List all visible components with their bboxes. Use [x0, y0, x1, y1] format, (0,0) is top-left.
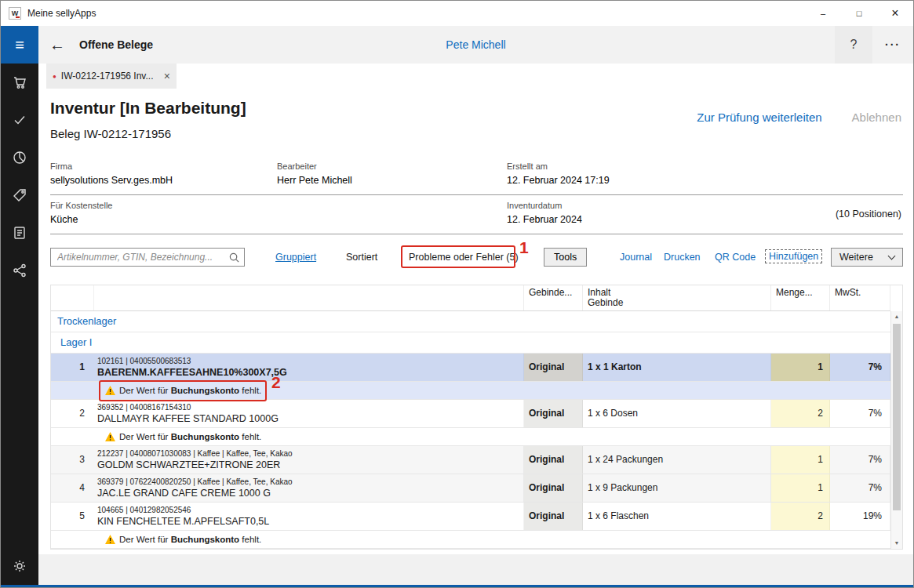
unsaved-indicator-icon: ●	[53, 73, 56, 80]
article-meta: 104665 | 04012982052546	[97, 505, 523, 515]
warning-icon	[105, 432, 115, 441]
weitere-label: Weitere	[839, 252, 873, 263]
group-label: Trockenlager	[57, 315, 116, 327]
scroll-down-icon[interactable]: ▼	[891, 538, 902, 549]
warning-text: Der Wert für Buchungskonto fehlt.	[119, 432, 261, 441]
row-number: 3	[51, 446, 94, 474]
tools-button[interactable]: Tools	[544, 248, 587, 267]
minimize-icon: –	[821, 9, 825, 18]
back-button[interactable]: ←	[38, 26, 76, 64]
menge-cell[interactable]: 1	[771, 474, 830, 502]
field-value: sellysolutions Serv.ges.mbH	[50, 175, 269, 186]
search-input[interactable]	[51, 249, 244, 266]
hamburger-menu-button[interactable]: ≡	[1, 26, 38, 64]
tag-icon	[12, 187, 27, 203]
table-row[interactable]: 5 104665 | 04012982052546 KIN FENCHELTEE…	[51, 503, 890, 531]
sortiert-toggle[interactable]: Sortiert	[346, 252, 377, 263]
more-button[interactable]: ···	[872, 26, 913, 64]
field-erstellt-am: Erstellt am 12. Februar 2024 17:19	[507, 156, 903, 195]
scrollbar-thumb[interactable]	[893, 324, 901, 510]
table-row[interactable]: 1 102161 | 04005500683513 BAERENM.KAFFEE…	[51, 354, 890, 382]
mwst-cell: 7%	[830, 400, 890, 427]
minimize-button[interactable]: –	[805, 1, 841, 26]
group-row-trockenlager[interactable]: Trockenlager	[51, 311, 890, 332]
journal-link[interactable]: Journal	[620, 252, 652, 263]
gebinde-cell: Original	[524, 474, 583, 502]
sidebar-item-settings[interactable]	[1, 547, 38, 585]
gruppiert-link[interactable]: Gruppiert	[275, 252, 316, 263]
window-title: Meine sellyApps	[27, 8, 96, 19]
field-value: 12. Februar 2024 17:19	[507, 175, 895, 186]
tab-document[interactable]: ● IW-0212-171956 Inv... ×	[46, 64, 177, 89]
table-row[interactable]: 3 212237 | 04008071030083 | Kaffee | Kaf…	[51, 446, 890, 474]
more-icon: ···	[885, 38, 901, 51]
window-bottom-accent	[1, 585, 913, 587]
group-row-lager-1[interactable]: Lager I	[51, 332, 890, 354]
annotation-box-2	[99, 380, 267, 401]
app-icon: W	[9, 7, 21, 20]
warning-spacer	[51, 382, 94, 399]
sidebar-item-tasks[interactable]	[1, 101, 38, 139]
article-cell: 104665 | 04012982052546 KIN FENCHELTEE M…	[94, 503, 524, 530]
field-kostenstelle: Für Kostenstelle Küche	[50, 195, 277, 234]
pie-chart-icon	[12, 150, 27, 165]
article-name: KIN FENCHELTEE M.APFELSAFT0,5L	[97, 515, 523, 528]
table-row[interactable]: 4 369379 | 07622400820250 | Kaffee | Kaf…	[51, 474, 890, 503]
qr-code-link[interactable]: QR Code	[715, 252, 756, 263]
footer-strip	[38, 554, 913, 586]
sidebar-item-share[interactable]	[1, 252, 38, 289]
vertical-scrollbar[interactable]: ▲ ▼	[890, 311, 902, 549]
field-label: Bearbeiter	[277, 162, 499, 171]
inhalt-cell: 1 x 9 Packungen	[583, 474, 771, 502]
field-label: Firma	[50, 162, 269, 171]
help-button[interactable]: ?	[835, 26, 872, 64]
group-label: Lager I	[60, 336, 92, 348]
col-mwst[interactable]: MwSt.	[830, 285, 890, 310]
annotation-number-2: 2	[271, 373, 281, 392]
menge-cell[interactable]: 2	[771, 400, 830, 427]
mwst-cell: 7%	[830, 446, 890, 474]
menge-cell[interactable]: 1	[771, 446, 830, 474]
ablehnen-button[interactable]: Ablehnen	[852, 111, 901, 124]
article-meta: 212237 | 04008071030083 | Kaffee | Kaffe…	[97, 448, 523, 459]
maximize-icon: □	[857, 9, 862, 18]
search-icon[interactable]	[228, 252, 240, 263]
annotation-number-1: 1	[519, 238, 529, 257]
sidebar-item-reports[interactable]	[1, 139, 38, 176]
sidebar-spacer	[1, 289, 38, 547]
inhalt-cell: 1 x 1 Karton	[583, 354, 771, 381]
table-header: Gebinde... Inhalt Gebinde Menge... MwSt.	[51, 285, 890, 311]
tab-close-icon[interactable]: ×	[159, 70, 170, 82]
inhalt-cell: 1 x 6 Flaschen	[583, 503, 771, 530]
drucken-link[interactable]: Drucken	[664, 252, 701, 263]
gebinde-cell: Original	[524, 446, 583, 474]
close-button[interactable]: ×	[877, 1, 913, 26]
hinzufuegen-link[interactable]: Hinzufügen	[766, 250, 821, 263]
tab-label: IW-0212-171956 Inv...	[61, 71, 154, 82]
zur-pruefung-weiterleiten-button[interactable]: Zur Prüfung weiterleiten	[697, 111, 821, 124]
scroll-up-icon[interactable]: ▲	[891, 311, 902, 322]
user-name[interactable]: Pete Michell	[446, 38, 505, 51]
maximize-button[interactable]: □	[841, 1, 877, 26]
weitere-dropdown[interactable]: Weitere	[831, 248, 903, 267]
table-row[interactable]: 2 369352 | 04008167154310 DALLMAYR KAFFE…	[51, 400, 890, 428]
sidebar-item-documents[interactable]	[1, 214, 38, 252]
sidebar-item-articles[interactable]	[1, 176, 38, 214]
article-cell: 369352 | 04008167154310 DALLMAYR KAFFEE …	[94, 400, 524, 427]
col-article	[94, 285, 524, 310]
col-gebinde[interactable]: Gebinde...	[524, 285, 583, 310]
share-icon	[12, 263, 27, 278]
window-controls: – □ ×	[805, 1, 913, 26]
col-menge[interactable]: Menge...	[771, 285, 830, 310]
menge-cell[interactable]: 2	[771, 503, 830, 530]
tab-bar: ● IW-0212-171956 Inv... ×	[38, 64, 913, 89]
sidebar-item-cart[interactable]	[1, 64, 38, 101]
col-inhalt-gebinde[interactable]: Inhalt Gebinde	[583, 285, 771, 310]
article-name: DALLMAYR KAFFEE STANDARD 1000G	[97, 412, 523, 426]
positions-count: (10 Positionen)	[836, 209, 901, 220]
gebinde-cell: Original	[524, 354, 583, 381]
inhalt-cell: 1 x 6 Dosen	[583, 400, 771, 427]
row-number: 2	[51, 400, 94, 427]
warning-text: Der Wert für Buchungskonto fehlt.	[119, 535, 261, 544]
menge-cell[interactable]: 1	[771, 354, 830, 381]
